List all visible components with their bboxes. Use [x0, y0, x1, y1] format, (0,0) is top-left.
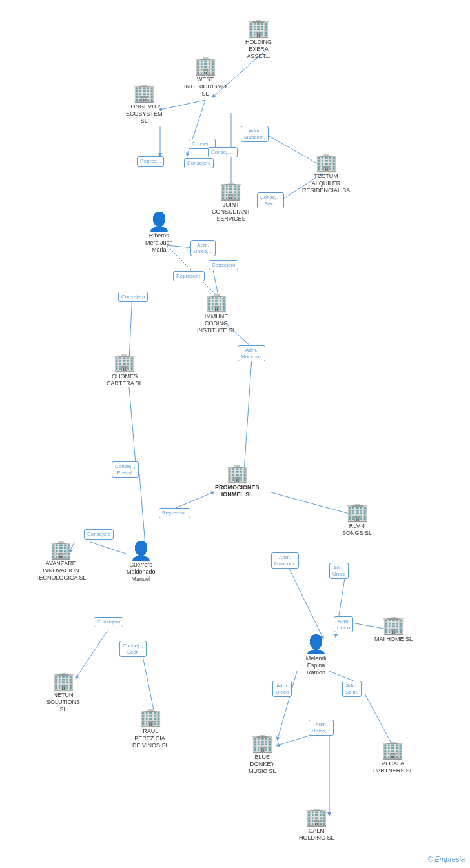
guerrero-icon: 👤: [130, 542, 152, 560]
rlv4-label: RLV 4 SONGS SL: [342, 523, 372, 537]
longevity-ecosystem-node: 🏢 LONGEVITY ECOSYSTEM SL: [126, 84, 163, 124]
watermark: © Empresia: [427, 855, 465, 863]
calm-holding-icon: 🏢: [305, 808, 328, 826]
promociones-ionmel-node: 🏢 PROMOCIONES IONMEL SL: [215, 465, 260, 498]
badge-consej-secr-1: Consej. .Secr.: [257, 192, 284, 208]
immune-coding-icon: 🏢: [205, 294, 228, 312]
raul-perez-icon: 🏢: [139, 709, 162, 727]
alcala-partners-node: 🏢 ALCALA PARTNERS SL: [373, 741, 413, 774]
badge-adm-solid: Adm.Solid.: [342, 681, 362, 697]
rlv4-icon: 🏢: [346, 503, 369, 521]
calm-holding-node: 🏢 CALM HOLDING SL: [299, 808, 334, 842]
badge-consejero-5: Consejero: [94, 617, 123, 627]
longevity-label: LONGEVITY ECOSYSTEM SL: [126, 103, 163, 124]
tectum-label: TECTUM ALQUILER RESIDENCIAL SA: [302, 173, 350, 194]
west-interiorismo-icon: 🏢: [194, 57, 217, 75]
qhomes-label: QHOMES CARTERA SL: [107, 373, 143, 387]
calm-holding-label: CALM HOLDING SL: [299, 827, 334, 842]
guerrero-label: Guerrero Maldonado Manuel: [127, 561, 156, 582]
west-interiorismo-label: WEST INTERIORISMO SL: [184, 76, 227, 97]
badge-adm-mancom-2: Adm.Mancom.: [238, 345, 265, 361]
guerrero-maldonado-node: 👤 Guerrero Maldonado Manuel: [127, 542, 156, 582]
melendi-icon: 👤: [305, 636, 327, 654]
badge-consej-secr-2: Consej. ,Secr.: [119, 641, 147, 657]
holding-exera-node: 🏢 HOLDING EXERA ASSET...: [245, 19, 272, 59]
netun-solutions-node: 🏢 NETUN SOLUTIONS SL: [46, 672, 80, 712]
badge-represent-1: Repres...: [137, 156, 164, 167]
badge-consejero-2: Consejero: [184, 158, 214, 168]
mai-home-label: MAI HOME SL: [374, 636, 413, 643]
riberas-mera-node: 👤 Riberas Mera Juan Maria: [145, 213, 173, 253]
holding-exera-label: HOLDING EXERA ASSET...: [245, 39, 272, 59]
badge-represent-3: Represent.: [159, 508, 190, 518]
diagram-container: 🏢 HOLDING EXERA ASSET... 🏢 WEST INTERIOR…: [0, 0, 470, 868]
badge-adm-mancom-3: Adm.Mancom.: [271, 552, 299, 569]
badge-adm-unico-5: Adm.Unico,...: [309, 720, 334, 736]
alcala-partners-label: ALCALA PARTNERS SL: [373, 760, 413, 774]
longevity-icon: 🏢: [133, 84, 156, 102]
svg-line-14: [139, 474, 145, 545]
alcala-partners-icon: 🏢: [382, 741, 404, 759]
netun-icon: 🏢: [52, 672, 75, 691]
joint-consultant-label: JOINT CONSULTANT SERVICES: [212, 201, 250, 222]
mai-home-icon: 🏢: [382, 616, 405, 634]
tectum-alquiler-node: 🏢 TECTUM ALQUILER RESIDENCIAL SA: [302, 154, 350, 194]
connection-lines: [0, 0, 470, 868]
promociones-ionmel-icon: 🏢: [226, 465, 249, 483]
svg-line-15: [171, 492, 213, 510]
badge-adm-unico-2: Adm.Unico: [329, 563, 349, 579]
badge-consej-presid: Consej. ,Presid.: [112, 461, 139, 478]
joint-consultant-icon: 🏢: [220, 182, 242, 200]
qhomes-icon: 🏢: [113, 354, 136, 372]
melendi-label: Melendi Espina Ramon: [306, 655, 327, 676]
riberas-mera-label: Riberas Mera Juan Maria: [145, 232, 173, 253]
rlv4-songs-node: 🏢 RLV 4 SONGS SL: [342, 503, 372, 537]
badge-consej-2: Consej. ...: [208, 147, 238, 157]
badge-adm-mancom-1: Adm.Mancom.: [241, 126, 269, 142]
tectum-icon: 🏢: [315, 154, 338, 172]
joint-consultant-node: 🏢 JOINT CONSULTANT SERVICES: [212, 182, 250, 222]
netun-label: NETUN SOLUTIONS SL: [46, 692, 80, 712]
immune-coding-label: IMMUNE CODING INSTITUTE SL: [197, 313, 236, 334]
badge-adm-unico-3: Adm.Unico: [334, 616, 353, 632]
badge-represent-2: Represent.: [173, 271, 205, 281]
svg-line-1: [160, 100, 205, 110]
badge-consejero-3: Consejero: [209, 260, 238, 270]
raul-perez-label: RAUL PEREZ CIA. DE VINOS SL: [132, 728, 169, 749]
promociones-ionmel-label: PROMOCIONES IONMEL SL: [215, 484, 260, 498]
svg-line-9: [213, 270, 218, 296]
badge-adm-unico-1: Adm.Unico,...: [190, 240, 216, 256]
svg-line-18: [271, 492, 354, 515]
svg-line-22: [76, 629, 108, 678]
avanzare-innovacion-node: 🏢 AVANZARE INNOVACION TECNOLOGICA SL: [36, 541, 87, 581]
svg-line-16: [90, 542, 126, 554]
qhomes-cartera-node: 🏢 QHOMES CARTERA SL: [107, 354, 143, 387]
riberas-mera-icon: 👤: [148, 213, 170, 231]
immune-coding-node: 🏢 IMMUNE CODING INSTITUTE SL: [197, 294, 236, 334]
svg-line-19: [287, 565, 323, 638]
svg-line-10: [129, 293, 132, 360]
avanzare-label: AVANZARE INNOVACION TECNOLOGICA SL: [36, 560, 87, 581]
raul-perez-node: 🏢 RAUL PEREZ CIA. DE VINOS SL: [132, 709, 169, 749]
svg-line-27: [365, 694, 393, 745]
badge-consejero-4: Consejero: [84, 529, 114, 540]
badge-adm-unico-4: Adm.Unico: [272, 681, 292, 697]
holding-exera-icon: 🏢: [247, 19, 270, 37]
mai-home-node: 🏢 MAI HOME SL: [374, 616, 413, 643]
badge-consejero-left: Consejero: [118, 292, 148, 302]
avanzare-icon: 🏢: [50, 541, 72, 559]
blue-donkey-label: BLUE DONKEY MUSIC SL: [249, 754, 276, 774]
svg-line-13: [129, 387, 136, 463]
svg-line-12: [244, 358, 252, 471]
west-interiorismo-node: 🏢 WEST INTERIORISMO SL: [184, 57, 227, 97]
melendi-espina-node: 👤 Melendi Espina Ramon: [305, 636, 327, 676]
blue-donkey-icon: 🏢: [251, 734, 274, 752]
blue-donkey-node: 🏢 BLUE DONKEY MUSIC SL: [249, 734, 276, 774]
